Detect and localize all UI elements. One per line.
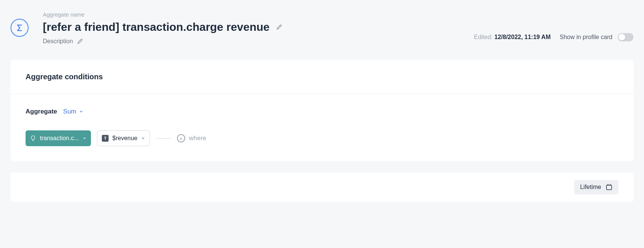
event-chip[interactable]: transaction.c... [26, 130, 91, 146]
edit-description-icon[interactable] [77, 39, 83, 44]
property-name: $revenue [112, 135, 138, 142]
property-chip[interactable]: T $revenue [97, 130, 150, 146]
edited-label: Edited: [474, 34, 494, 40]
timeframe-value: Lifetime [580, 184, 601, 191]
timeframe-selector[interactable]: Lifetime [574, 180, 618, 194]
conditions-card: Aggregate conditions Aggregate Sum trans… [11, 60, 633, 161]
edited-timestamp: 12/8/2022, 11:19 AM [494, 34, 551, 40]
chevron-down-icon [141, 136, 145, 140]
chevron-down-icon [83, 136, 86, 140]
sigma-icon [11, 19, 29, 37]
plus-circle-icon: + [177, 134, 185, 142]
toggle-knob [618, 34, 625, 41]
show-in-profile-toggle[interactable] [618, 33, 633, 41]
type-badge: T [102, 135, 109, 142]
divider [11, 94, 633, 94]
connector-line [156, 138, 171, 139]
where-label: where [189, 135, 206, 142]
aggregate-function-value: Sum [63, 108, 76, 115]
event-icon [30, 135, 36, 141]
timeframe-card: Lifetime [11, 172, 633, 202]
conditions-heading: Aggregate conditions [26, 73, 618, 81]
aggregate-name-label: Aggregate name [43, 11, 474, 18]
aggregate-label: Aggregate [26, 108, 57, 115]
svg-rect-0 [606, 185, 612, 190]
add-where-button[interactable]: + where [177, 134, 206, 142]
page-title: [refer a friend] transaction.charge reve… [43, 21, 270, 33]
profile-card-label: Show in profile card [559, 34, 612, 41]
aggregate-function-dropdown[interactable]: Sum [63, 108, 83, 115]
calendar-icon [606, 184, 612, 191]
edit-title-icon[interactable] [277, 24, 282, 30]
event-name: transaction.c... [40, 135, 79, 142]
chevron-down-icon [79, 110, 83, 113]
description-label: Description [43, 38, 73, 45]
